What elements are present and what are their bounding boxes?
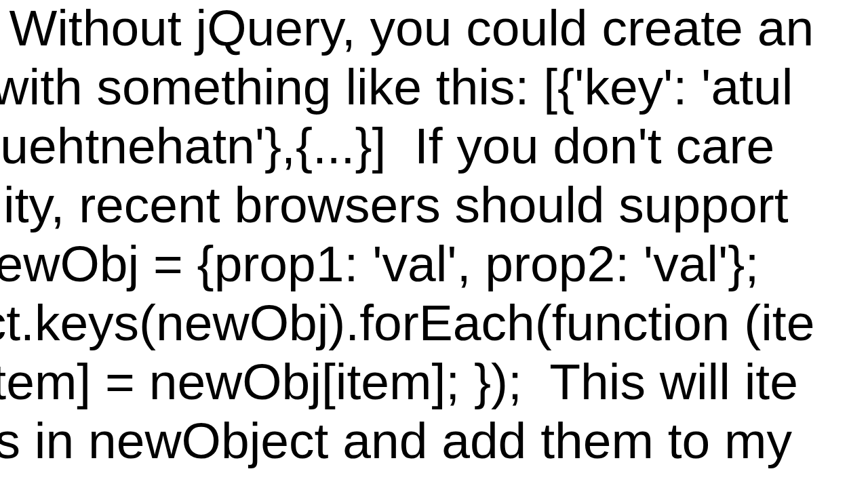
document-text-fragment: 2: Without jQuery, you could create an s… [0, 0, 814, 470]
text-line: ms in newObject and add them to my [0, 412, 792, 469]
text-line: ect.keys(newObj).forEach(function (ite [0, 294, 814, 351]
text-line: 2: Without jQuery, you could create an [0, 0, 814, 56]
text-line: newObj = {prop1: 'val', prop2: 'val'}; [0, 235, 759, 292]
text-line: t[item] = newObj[item]; }); This will it… [0, 353, 798, 410]
text-line: ': 'uehtnehatn'},{...}] If you don't car… [0, 117, 774, 174]
text-line: s with something like this: [{'key': 'at… [0, 58, 793, 115]
text-line: bility, recent browsers should support [0, 176, 789, 233]
